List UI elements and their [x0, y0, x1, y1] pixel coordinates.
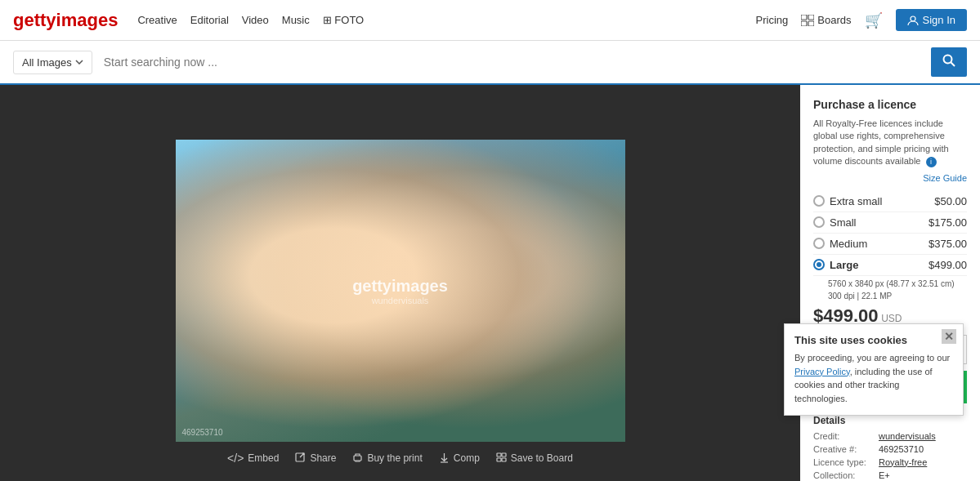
detail-licence: Licence type: Royalty-free: [813, 457, 967, 467]
radio-lg: [813, 259, 825, 270]
main-image: gettyimages wundervisuals 469253710: [176, 140, 625, 442]
cookie-notice: This site uses cookies ✕ By proceeding, …: [784, 323, 964, 416]
header: gettyimages Creative Editorial Video Mus…: [0, 0, 980, 41]
svg-point-5: [944, 56, 952, 64]
size-md-price: $375.00: [929, 238, 967, 250]
cart-icon[interactable]: 🛒: [865, 11, 883, 29]
watermark-sub: wundervisuals: [352, 295, 448, 305]
size-option-lg[interactable]: Large $499.00: [813, 255, 967, 276]
nav-video[interactable]: Video: [242, 14, 269, 26]
svg-rect-0: [801, 15, 807, 20]
creative-num: 469253710: [879, 444, 924, 454]
user-icon: [907, 15, 919, 26]
size-lg-price: $499.00: [929, 259, 967, 271]
detail-credit: Credit: wundervisuals: [813, 431, 967, 441]
pricing-link[interactable]: Pricing: [756, 14, 789, 26]
sign-in-button[interactable]: Sign In: [896, 9, 967, 31]
size-sm-label: Small: [830, 216, 857, 229]
comp-icon: [439, 452, 450, 463]
details-title: Details: [813, 415, 967, 426]
size-xs-label: Extra small: [830, 195, 882, 207]
cookie-text-before: By proceeding, you are agreeing to our: [794, 353, 950, 363]
logo-images: images: [56, 10, 119, 30]
search-icon: [942, 54, 955, 67]
search-filter-dropdown[interactable]: All Images: [13, 51, 92, 74]
image-area: gettyimages wundervisuals 469253710 </> …: [0, 85, 800, 481]
info-icon[interactable]: i: [926, 157, 937, 167]
svg-rect-3: [808, 21, 814, 26]
privacy-policy-link[interactable]: Privacy Policy: [794, 367, 850, 376]
nav-foto[interactable]: ⊞ FOTO: [323, 14, 364, 26]
print-icon: [352, 452, 363, 463]
purchase-panel: Purchase a licence All Royalty-Free lice…: [800, 85, 980, 481]
comp-action[interactable]: Comp: [439, 452, 480, 465]
radio-xs: [813, 195, 825, 207]
svg-line-6: [951, 63, 955, 67]
svg-rect-12: [497, 458, 501, 461]
chevron-down-icon: [75, 60, 83, 65]
search-input[interactable]: [99, 51, 931, 73]
filter-label: All Images: [22, 56, 72, 69]
sign-in-label: Sign In: [923, 14, 955, 26]
image-id: 469253710: [182, 428, 223, 437]
svg-rect-1: [808, 15, 814, 20]
size-xs-price: $50.00: [934, 195, 967, 207]
cookie-text: By proceeding, you are agreeing to our P…: [794, 351, 953, 405]
save-board-label: Save to Board: [511, 452, 573, 464]
credit-link[interactable]: wundervisuals: [879, 431, 936, 441]
cookie-title: This site uses cookies: [794, 334, 953, 346]
radio-md: [813, 238, 825, 249]
size-option-xs[interactable]: Extra small $50.00: [813, 191, 967, 212]
search-bar: All Images: [0, 41, 980, 85]
header-right: Pricing Boards 🛒 Sign In: [756, 9, 967, 31]
svg-rect-13: [502, 458, 506, 461]
comp-label: Comp: [454, 452, 480, 464]
logo-getty: getty: [13, 10, 56, 30]
svg-rect-2: [801, 21, 807, 26]
details-section: Details Credit: wundervisuals Creative #…: [813, 415, 967, 481]
size-sm-price: $175.00: [929, 216, 967, 229]
save-board-action[interactable]: Save to Board: [496, 452, 573, 465]
size-lg-detail: 5760 x 3840 px (48.77 x 32.51 cm)300 dpi…: [828, 278, 967, 302]
detail-collection: Collection: E+: [813, 470, 967, 480]
size-option-sm[interactable]: Small $175.00: [813, 212, 967, 234]
watermark-logo: gettyimages: [352, 276, 448, 295]
main-content: gettyimages wundervisuals 469253710 </> …: [0, 85, 980, 481]
image-actions: </> Embed Share Buy the print Comp Save …: [227, 452, 573, 465]
boards-link[interactable]: Boards: [801, 14, 851, 26]
licence-link[interactable]: Royalty-free: [879, 457, 927, 467]
share-label: Share: [310, 452, 336, 464]
purchase-title: Purchase a licence: [813, 98, 967, 111]
nav-editorial[interactable]: Editorial: [190, 14, 229, 26]
embed-icon: </>: [227, 452, 244, 465]
nav-creative[interactable]: Creative: [137, 14, 177, 26]
boards-icon: [801, 15, 814, 26]
radio-sm: [813, 216, 825, 228]
size-lg-label: Large: [830, 259, 858, 271]
watermark: gettyimages wundervisuals: [352, 276, 448, 305]
buy-print-action[interactable]: Buy the print: [352, 452, 422, 465]
size-guide-link[interactable]: Size Guide: [813, 173, 967, 183]
logo[interactable]: gettyimages: [13, 10, 118, 31]
buy-print-label: Buy the print: [367, 452, 422, 464]
size-option-md[interactable]: Medium $375.00: [813, 234, 967, 255]
purchase-desc: All Royalty-Free licences include global…: [813, 118, 967, 168]
svg-rect-11: [502, 453, 506, 457]
nav-music[interactable]: Music: [282, 14, 310, 26]
main-nav: Creative Editorial Video Music ⊞ FOTO: [137, 14, 364, 26]
collection-val: E+: [879, 470, 890, 480]
board-icon: [496, 452, 507, 463]
embed-label: Embed: [248, 452, 279, 464]
svg-rect-10: [497, 453, 501, 457]
boards-label: Boards: [817, 14, 851, 26]
share-icon: [295, 452, 306, 463]
cookie-close-button[interactable]: ✕: [942, 329, 956, 344]
embed-action[interactable]: </> Embed: [227, 452, 279, 465]
search-button[interactable]: [931, 47, 967, 77]
size-md-label: Medium: [830, 238, 867, 250]
svg-point-4: [911, 16, 915, 21]
detail-creative: Creative #: 469253710: [813, 444, 967, 454]
share-action[interactable]: Share: [295, 452, 336, 465]
svg-rect-8: [354, 456, 361, 461]
